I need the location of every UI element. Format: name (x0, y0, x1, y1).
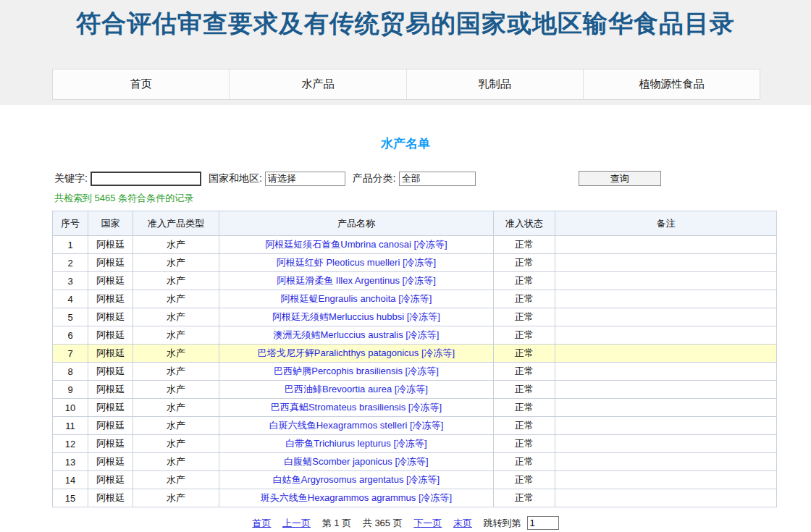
page-jump-input[interactable] (527, 516, 559, 530)
cell-remark (555, 272, 777, 290)
pagination-total-pages: 共 365 页 (363, 518, 403, 528)
product-link[interactable]: 巴西油鲱Brevoortia aurea [冷冻等] (285, 384, 428, 394)
cell-status: 正常 (494, 399, 555, 417)
cell-status: 正常 (494, 308, 555, 326)
cell-country: 阿根廷 (88, 453, 133, 471)
keyword-input[interactable] (91, 172, 201, 186)
page-title: 符合评估审查要求及有传统贸易的国家或地区输华食品目录 (0, 0, 811, 41)
cell-remark (555, 453, 777, 471)
country-select[interactable] (265, 172, 345, 186)
search-form: 关键字: 国家和地区: 产品分类: 查询 (54, 171, 811, 186)
cell-product-type: 水产 (133, 363, 219, 381)
cell-index: 14 (53, 471, 88, 489)
cell-index: 4 (53, 290, 88, 308)
cell-product-type: 水产 (133, 453, 219, 471)
pagination: 首页 上一页 第 1 页 共 365 页 下一页 末页 跳转到第 (0, 516, 811, 530)
table-row: 4 阿根廷 水产 阿根廷鳀Engraulis anchoita [冷冻等] 正常 (53, 290, 777, 308)
product-link[interactable]: 阿根廷短须石首鱼Umbrina canosai [冷冻等] (265, 239, 447, 250)
product-link[interactable]: 白带鱼Trichiurus lepturus [冷冻等] (285, 438, 426, 449)
table-row: 9 阿根廷 水产 巴西油鲱Brevoortia aurea [冷冻等] 正常 (53, 381, 777, 399)
cell-index: 13 (53, 453, 88, 471)
nav-item-home[interactable]: 首页 (53, 69, 229, 99)
pagination-first-link[interactable]: 首页 (252, 518, 271, 528)
product-link[interactable]: 巴西鲈腾Percophis brasiliensis [冷冻等] (274, 366, 439, 376)
cell-product-type: 水产 (133, 381, 219, 399)
result-count: 共检索到 5465 条符合条件的记录 (54, 192, 811, 205)
product-link[interactable]: 阿根廷红虾 Pleoticus muelleri [冷冻等] (277, 257, 436, 268)
cell-remark (555, 345, 777, 363)
col-header-country: 国家 (88, 211, 133, 236)
cell-product-type: 水产 (133, 326, 219, 345)
cell-country: 阿根廷 (88, 326, 133, 345)
cell-index: 15 (53, 489, 88, 507)
cell-index: 1 (53, 236, 88, 254)
cell-country: 阿根廷 (88, 236, 133, 254)
nav-item-dairy[interactable]: 乳制品 (406, 69, 583, 99)
cell-index: 6 (53, 326, 88, 345)
cell-product-name: 斑头六线鱼Hexagrammos agrammus [冷冻等] (219, 489, 494, 507)
cell-country: 阿根廷 (88, 417, 133, 435)
cell-product-name: 阿根廷滑柔鱼 Illex Argentinus [冷冻等] (219, 272, 494, 290)
nav-item-aquatic[interactable]: 水产品 (229, 69, 406, 99)
cell-status: 正常 (494, 272, 555, 290)
product-link[interactable]: 阿根廷鳀Engraulis anchoita [冷冻等] (281, 293, 432, 304)
cell-country: 阿根廷 (88, 308, 133, 326)
nav-item-label: 乳制品 (479, 77, 511, 91)
product-link[interactable]: 斑头六线鱼Hexagrammos agrammus [冷冻等] (261, 492, 452, 503)
main-nav: 首页 水产品 乳制品 植物源性食品 (52, 69, 760, 100)
product-link[interactable]: 白腹鲭Scomber japonicus [冷冻等] (284, 456, 428, 467)
table-row: 1 阿根廷 水产 阿根廷短须石首鱼Umbrina canosai [冷冻等] 正… (53, 236, 777, 254)
cell-product-name: 白腹鲭Scomber japonicus [冷冻等] (219, 453, 494, 471)
product-link[interactable]: 巴塔戈尼牙鲆Paralichthys patagonicus [冷冻等] (258, 347, 455, 358)
cell-index: 10 (53, 399, 88, 417)
cell-status: 正常 (494, 290, 555, 308)
cell-product-name: 阿根廷鳀Engraulis anchoita [冷冻等] (219, 290, 494, 308)
cell-product-name: 阿根廷无须鳕Merluccius hubbsi [冷冻等] (219, 308, 494, 326)
product-link[interactable]: 阿根廷滑柔鱼 Illex Argentinus [冷冻等] (277, 275, 436, 286)
cell-product-name: 白带鱼Trichiurus lepturus [冷冻等] (219, 435, 494, 453)
cell-remark (555, 363, 777, 381)
cell-remark (555, 435, 777, 453)
cell-product-type: 水产 (133, 417, 219, 435)
cell-country: 阿根廷 (88, 254, 133, 272)
cell-status: 正常 (494, 345, 555, 363)
table-row: 14 阿根廷 水产 白姑鱼Argyrosomus argentatus [冷冻等… (53, 471, 777, 489)
category-select[interactable] (399, 172, 476, 186)
product-link[interactable]: 巴西真鲳Stromateus brasiliensis [冷冻等] (271, 402, 442, 413)
nav-item-plant-food[interactable]: 植物源性食品 (583, 69, 760, 99)
cell-index: 7 (53, 345, 88, 363)
cell-status: 正常 (494, 471, 555, 489)
table-row: 10 阿根廷 水产 巴西真鲳Stromateus brasiliensis [冷… (53, 399, 777, 417)
cell-product-name: 澳洲无须鳕Merluccius australis [冷冻等] (219, 326, 494, 345)
col-header-no: 序号 (53, 211, 88, 236)
cell-index: 9 (53, 381, 88, 399)
cell-product-type: 水产 (133, 489, 219, 507)
pagination-prev-link[interactable]: 上一页 (282, 518, 311, 528)
col-header-status: 准入状态 (494, 211, 555, 236)
cell-status: 正常 (494, 489, 555, 507)
cell-remark (555, 489, 777, 507)
pagination-next-link[interactable]: 下一页 (413, 518, 442, 528)
cell-product-name: 巴西鲈腾Percophis brasiliensis [冷冻等] (219, 363, 494, 381)
cell-product-type: 水产 (133, 308, 219, 326)
cell-country: 阿根廷 (88, 399, 133, 417)
cell-product-name: 巴西真鲳Stromateus brasiliensis [冷冻等] (219, 399, 494, 417)
cell-country: 阿根廷 (88, 272, 133, 290)
table-row: 5 阿根廷 水产 阿根廷无须鳕Merluccius hubbsi [冷冻等] 正… (53, 308, 777, 326)
table-row: 8 阿根廷 水产 巴西鲈腾Percophis brasiliensis [冷冻等… (53, 363, 777, 381)
query-button[interactable]: 查询 (579, 171, 661, 186)
cell-remark (555, 471, 777, 489)
cell-product-name: 白斑六线鱼Hexagrammos stelleri [冷冻等] (219, 417, 494, 435)
product-link[interactable]: 白斑六线鱼Hexagrammos stelleri [冷冻等] (269, 420, 444, 431)
product-link[interactable]: 阿根廷无须鳕Merluccius hubbsi [冷冻等] (272, 311, 440, 322)
cell-status: 正常 (494, 363, 555, 381)
product-link[interactable]: 澳洲无须鳕Merluccius australis [冷冻等] (274, 329, 440, 340)
cell-remark (555, 326, 777, 345)
pagination-last-link[interactable]: 末页 (453, 518, 472, 528)
table-row: 7 阿根廷 水产 巴塔戈尼牙鲆Paralichthys patagonicus … (53, 345, 777, 363)
cell-status: 正常 (494, 435, 555, 453)
nav-item-label: 首页 (130, 77, 152, 91)
cell-country: 阿根廷 (88, 435, 133, 453)
product-link[interactable]: 白姑鱼Argyrosomus argentatus [冷冻等] (273, 474, 440, 485)
pagination-jump-label: 跳转到第 (484, 518, 521, 528)
